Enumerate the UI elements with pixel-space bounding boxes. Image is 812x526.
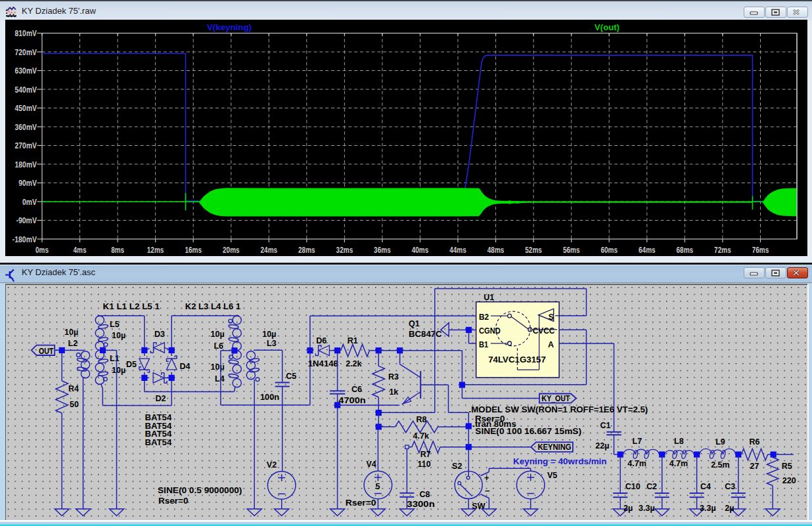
svg-text:360mV: 360mV: [15, 122, 37, 132]
svg-text:K1 L1 L2 L5 1: K1 L1 L2 L5 1: [103, 302, 160, 311]
svg-text:10µ: 10µ: [64, 328, 78, 337]
svg-text:110: 110: [418, 460, 431, 469]
svg-text:0mV: 0mV: [22, 197, 37, 207]
svg-text:3300n: 3300n: [407, 500, 435, 509]
svg-text:KY_OUT: KY_OUT: [542, 394, 571, 403]
svg-text:810mV: 810mV: [15, 28, 37, 38]
svg-text:L8: L8: [674, 437, 684, 446]
svg-text:KEYNING: KEYNING: [538, 443, 572, 452]
svg-text:50: 50: [70, 400, 79, 409]
svg-text:−: −: [485, 486, 490, 496]
svg-text:44ms: 44ms: [449, 245, 466, 255]
svg-text:4.7m: 4.7m: [669, 459, 688, 468]
svg-text:2µ: 2µ: [623, 504, 633, 513]
svg-text:R6: R6: [750, 437, 760, 447]
svg-text:3.3µ: 3.3µ: [700, 504, 716, 513]
svg-text:68ms: 68ms: [677, 245, 694, 255]
svg-text:D2: D2: [155, 394, 166, 403]
svg-text:L5: L5: [110, 320, 120, 329]
svg-text:32ms: 32ms: [336, 245, 353, 255]
svg-text:60ms: 60ms: [600, 245, 618, 255]
svg-text:90mV: 90mV: [18, 178, 37, 188]
svg-text:OUT: OUT: [39, 347, 54, 356]
svg-text:16ms: 16ms: [185, 245, 202, 255]
svg-text:1k: 1k: [389, 387, 398, 397]
svg-text:B2: B2: [479, 313, 489, 322]
svg-text:-90mV: -90mV: [16, 215, 37, 225]
svg-text:40ms: 40ms: [412, 245, 429, 255]
svg-text:L4: L4: [215, 374, 225, 384]
svg-text:24ms: 24ms: [261, 245, 278, 255]
svg-text:64ms: 64ms: [639, 245, 656, 255]
svg-text:76ms: 76ms: [752, 245, 769, 255]
svg-text:100n: 100n: [260, 393, 279, 402]
svg-text:1N4148: 1N4148: [308, 359, 338, 368]
svg-text:L9: L9: [715, 437, 725, 447]
svg-text:V(keyning): V(keyning): [207, 22, 252, 32]
svg-text:56ms: 56ms: [563, 245, 580, 255]
svg-text:-180mV: -180mV: [12, 234, 37, 244]
svg-text:630mV: 630mV: [15, 66, 37, 76]
svg-text:C1: C1: [600, 421, 610, 430]
svg-text:R3: R3: [388, 372, 399, 382]
svg-text:8ms: 8ms: [111, 245, 124, 255]
svg-text:B1: B1: [479, 340, 488, 349]
svg-text:SINE(0 100 16.667 15mS): SINE(0 100 16.667 15mS): [475, 427, 581, 436]
svg-text:5: 5: [376, 482, 380, 491]
svg-text:0ms: 0ms: [35, 245, 49, 255]
svg-text:450mV: 450mV: [15, 103, 37, 113]
svg-text:4700n: 4700n: [338, 396, 365, 405]
svg-text:R1: R1: [348, 336, 358, 345]
svg-text:540mV: 540mV: [15, 85, 37, 95]
svg-text:CGND: CGND: [479, 326, 501, 336]
svg-text:R8: R8: [417, 415, 427, 424]
svg-text:Q1: Q1: [409, 319, 420, 328]
svg-text:180mV: 180mV: [15, 160, 37, 169]
svg-text:C4: C4: [700, 482, 711, 491]
svg-text:2.5m: 2.5m: [711, 460, 730, 470]
svg-text:L7: L7: [633, 437, 643, 446]
svg-text:2.2k: 2.2k: [346, 359, 361, 368]
svg-text:D5: D5: [126, 360, 137, 369]
svg-text:27: 27: [750, 462, 759, 471]
svg-text:28ms: 28ms: [298, 245, 315, 255]
svg-text:A: A: [548, 340, 554, 349]
svg-text:V4: V4: [366, 460, 376, 469]
svg-text:270mV: 270mV: [15, 141, 37, 150]
svg-text:V(out): V(out): [595, 22, 620, 32]
svg-text:22µ: 22µ: [595, 441, 609, 450]
svg-text:4ms: 4ms: [74, 245, 87, 255]
svg-text:Rser=0: Rser=0: [346, 498, 376, 508]
svg-text:R7: R7: [420, 450, 431, 459]
svg-text:C8: C8: [420, 490, 430, 499]
svg-text:10µ: 10µ: [112, 331, 125, 340]
svg-text:10µ: 10µ: [211, 330, 225, 339]
svg-text:2µ: 2µ: [725, 504, 734, 513]
svg-text:BAT54: BAT54: [145, 438, 172, 447]
svg-text:4.7m: 4.7m: [627, 459, 646, 468]
svg-text:Keyning = 40wrds/min: Keyning = 40wrds/min: [513, 457, 607, 466]
svg-text:12ms: 12ms: [147, 245, 164, 255]
svg-text:4.7k: 4.7k: [413, 431, 429, 441]
svg-text:U1: U1: [484, 293, 494, 302]
svg-text:D3: D3: [154, 330, 165, 339]
svg-text:.MODEL SW SW(RON=1 ROFF=1E6 VT: .MODEL SW SW(RON=1 ROFF=1E6 VT=2.5): [469, 405, 648, 414]
svg-text:C6: C6: [351, 385, 362, 394]
svg-text:R5: R5: [782, 462, 792, 471]
svg-text:BC847C: BC847C: [409, 330, 442, 339]
svg-text:20ms: 20ms: [223, 245, 240, 255]
svg-text:C3: C3: [725, 482, 735, 491]
svg-text:10µ: 10µ: [112, 366, 125, 375]
svg-text:72ms: 72ms: [714, 245, 731, 255]
svg-text:D6: D6: [316, 336, 327, 345]
svg-text:SINE(0 0.5 9000000): SINE(0 0.5 9000000): [158, 486, 242, 495]
svg-text:L1: L1: [110, 354, 120, 363]
svg-text:720mV: 720mV: [15, 47, 37, 57]
svg-text:V2: V2: [267, 460, 277, 470]
svg-text:3.3µ: 3.3µ: [639, 504, 655, 513]
svg-text:D4: D4: [180, 362, 191, 371]
svg-text:S2: S2: [452, 462, 462, 471]
svg-text:C2: C2: [646, 482, 657, 491]
svg-text:V5: V5: [547, 471, 557, 480]
svg-text:L3: L3: [267, 339, 277, 348]
